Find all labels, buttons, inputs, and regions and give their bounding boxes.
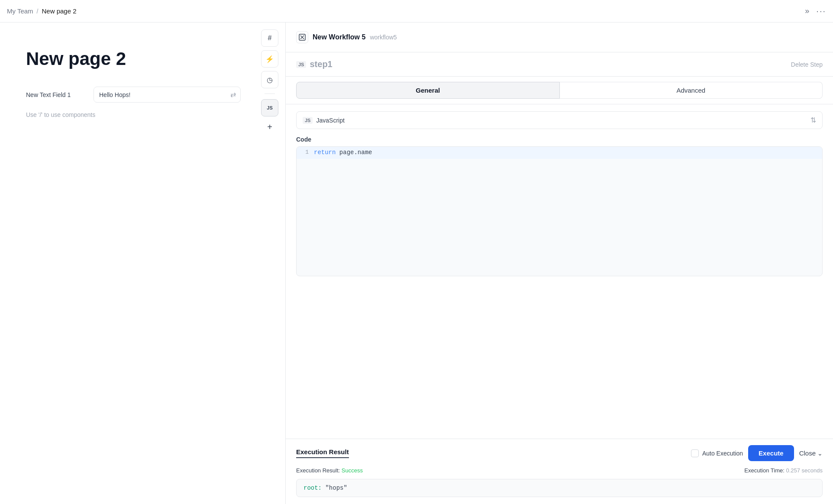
left-toolbar: # ⚡ ◷ JS + — [261, 29, 278, 134]
toolbar-js-button[interactable]: JS — [261, 99, 278, 116]
workflow-icon — [296, 31, 308, 43]
step-header: JS step1 Delete Step — [286, 52, 833, 77]
status-prefix: Execution Result: — [296, 467, 342, 474]
breadcrumb: My Team / New page 2 — [7, 7, 77, 15]
toolbar-hash-button[interactable]: # — [261, 29, 278, 47]
breadcrumb-team[interactable]: My Team — [7, 7, 33, 15]
bolt-icon: ⚡ — [265, 55, 274, 63]
expand-icon[interactable]: » — [805, 6, 809, 16]
top-bar-actions: » ··· — [805, 6, 826, 16]
code-editor[interactable]: 1 return page.name — [296, 146, 823, 276]
add-icon: + — [267, 122, 272, 132]
main-area: # ⚡ ◷ JS + New page 2 New Text Field 1 — [0, 23, 833, 504]
left-panel: # ⚡ ◷ JS + New page 2 New Text Field 1 — [0, 23, 286, 504]
execution-top: Execution Result Auto Execution Execute … — [296, 439, 823, 467]
workflow-header: New Workflow 5 workflow5 — [286, 23, 833, 52]
field-label: New Text Field 1 — [26, 91, 87, 98]
execution-result-tab-label[interactable]: Execution Result — [296, 448, 349, 458]
step-info: JS step1 — [296, 59, 333, 69]
breadcrumb-page: New page 2 — [42, 7, 76, 15]
auto-exec-label: Auto Execution — [702, 450, 743, 457]
result-value: "hops" — [325, 485, 347, 491]
result-key: root: — [303, 485, 322, 491]
lang-js-badge: JS — [303, 117, 313, 124]
text-field-input[interactable] — [94, 88, 226, 102]
execution-area: Execution Result Auto Execution Execute … — [286, 439, 833, 504]
chevron-down-icon: ⌄ — [817, 450, 823, 457]
step-name: step1 — [310, 59, 332, 69]
execute-button[interactable]: Execute — [748, 445, 794, 461]
auto-exec-wrapper: Auto Execution — [691, 449, 743, 457]
toolbar-divider — [265, 94, 275, 94]
js-icon: JS — [267, 105, 272, 110]
tab-advanced[interactable]: Advanced — [560, 82, 823, 99]
code-rest: page.name — [336, 149, 372, 156]
line-content-1: return page.name — [314, 147, 822, 158]
field-row: New Text Field 1 ⇄ — [26, 87, 268, 103]
close-label: Close — [799, 449, 816, 457]
placeholder-hint: Use '/' to use components — [26, 111, 268, 118]
time-value: 0.257 seconds — [786, 467, 823, 474]
swap-icon[interactable]: ⇄ — [226, 87, 240, 102]
language-selector[interactable]: JS JavaScript ⇅ — [296, 111, 823, 129]
line-number-1: 1 — [297, 147, 314, 158]
lang-selector-left: JS JavaScript — [303, 117, 345, 124]
execution-status-row: Execution Result: Success Execution Time… — [296, 467, 823, 474]
tabs-bar: General Advanced — [286, 77, 833, 104]
workflow-name: New Workflow 5 — [313, 33, 365, 41]
execution-controls: Auto Execution Execute Close ⌄ — [691, 445, 823, 461]
breadcrumb-separator: / — [37, 8, 39, 15]
chevron-updown-icon: ⇅ — [810, 116, 816, 124]
page-title: New page 2 — [26, 48, 268, 69]
more-options-icon[interactable]: ··· — [816, 6, 826, 16]
left-content: New page 2 New Text Field 1 ⇄ Use '/' to… — [0, 23, 285, 504]
history-icon: ◷ — [267, 76, 273, 84]
right-panel: New Workflow 5 workflow5 JS step1 Delete… — [286, 23, 833, 504]
code-section: JS JavaScript ⇅ Code 1 return page.name — [286, 104, 833, 439]
workflow-id: workflow5 — [370, 34, 397, 41]
status-value: Success — [342, 467, 363, 474]
step-js-badge: JS — [296, 61, 306, 68]
result-block: root: "hops" — [296, 479, 823, 497]
toolbar-history-button[interactable]: ◷ — [261, 71, 278, 88]
field-input-wrapper: ⇄ — [94, 87, 241, 103]
tab-general[interactable]: General — [296, 82, 560, 99]
code-label: Code — [296, 136, 823, 143]
top-bar: My Team / New page 2 » ··· — [0, 0, 833, 23]
delete-step-button[interactable]: Delete Step — [791, 61, 823, 68]
time-prefix: Execution Time: — [744, 467, 786, 474]
toolbar-bolt-button[interactable]: ⚡ — [261, 50, 278, 68]
code-line-1: 1 return page.name — [297, 147, 822, 159]
close-button[interactable]: Close ⌄ — [799, 449, 823, 457]
language-name: JavaScript — [316, 117, 344, 124]
execution-result-status: Execution Result: Success — [296, 467, 363, 474]
auto-execution-checkbox[interactable] — [691, 449, 699, 457]
code-keyword: return — [314, 149, 336, 156]
execution-time: Execution Time: 0.257 seconds — [744, 467, 823, 474]
toolbar-add-button[interactable]: + — [263, 120, 277, 134]
hash-icon: # — [268, 34, 272, 42]
